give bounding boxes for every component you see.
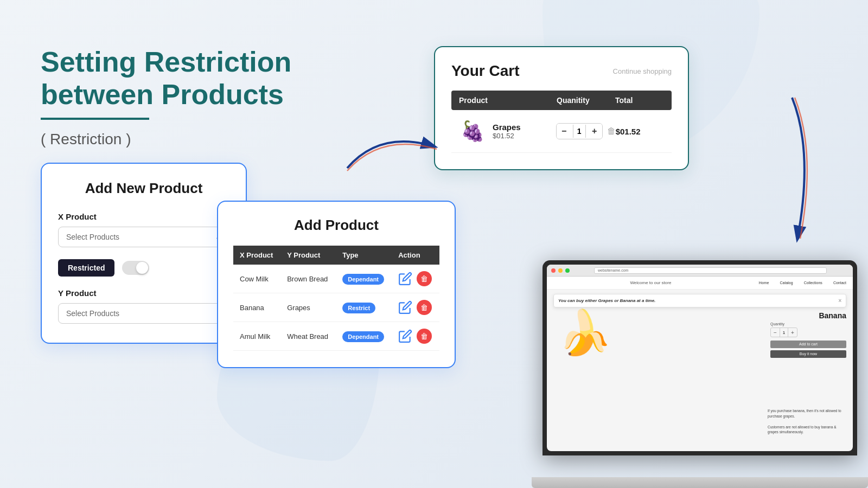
cell-y-product: Wheat Bread: [280, 322, 336, 351]
screen-qty-increase[interactable]: +: [788, 328, 797, 337]
col-x-product: X Product: [233, 246, 280, 265]
laptop-section: websitename.com Welcome to our store Hom…: [515, 184, 868, 488]
cart-product-price: $01.52: [493, 132, 521, 140]
title-underline: [41, 118, 149, 120]
screen-banana-image: 🍌: [558, 311, 612, 355]
laptop-screen: websitename.com Welcome to our store Hom…: [547, 265, 853, 451]
cell-y-product: Grapes: [280, 293, 336, 322]
table-header-row: X Product Y Product Type Action: [233, 246, 439, 265]
laptop-screen-frame: websitename.com Welcome to our store Hom…: [542, 260, 857, 455]
screen-nav: Welcome to our store Home Catalog Collec…: [547, 277, 853, 290]
screen-nav-contact[interactable]: Contact: [833, 281, 846, 285]
arrow-to-cart: [336, 125, 445, 179]
cart-col-quantity: Quanitity: [557, 96, 615, 105]
cell-type: Dependant: [336, 322, 392, 351]
quantity-decrease-button[interactable]: −: [557, 124, 572, 139]
quantity-control: − 1 +: [556, 123, 603, 139]
table-row: Amul Milk Wheat Bread Dependant 🗑: [233, 322, 439, 351]
restricted-row: Restricted: [58, 259, 229, 277]
screen-qty-value: 1: [780, 328, 788, 337]
laptop-outer: websitename.com Welcome to our store Hom…: [532, 260, 868, 488]
screen-toast: You can buy either Grapes or Banana at a…: [553, 294, 846, 307]
cart-product-name: Grapes: [493, 123, 521, 132]
add-product-title: Add Product: [233, 217, 439, 234]
screen-nav-home[interactable]: Home: [759, 281, 769, 285]
page-subtitle: ( Restriction ): [41, 131, 301, 148]
toast-close-icon[interactable]: ×: [838, 298, 841, 304]
laptop-base: [532, 477, 868, 488]
screen-store-name: Welcome to our store: [553, 280, 748, 285]
col-action: Action: [392, 246, 439, 265]
cart-col-total: Total: [615, 96, 664, 105]
action-icons: 🗑: [398, 271, 433, 286]
cell-type: Dependant: [336, 265, 392, 293]
y-product-placeholder: Select Products: [66, 309, 119, 318]
edit-icon[interactable]: [398, 300, 412, 314]
y-product-input[interactable]: Select Products: [58, 303, 229, 324]
screen-qty-label: Quantity: [770, 322, 846, 326]
screen-minimize-dot: [558, 268, 563, 273]
delete-icon[interactable]: 🗑: [417, 300, 432, 315]
grapes-image: 🍇: [459, 118, 486, 145]
cell-action: 🗑: [392, 322, 439, 351]
cart-header: Your Cart Continue shopping: [451, 62, 672, 80]
page-title: Setting Restriction between Products: [41, 46, 301, 111]
title-section: Setting Restriction between Products ( R…: [41, 46, 301, 148]
restricted-badge: Restricted: [58, 259, 114, 277]
add-new-product-card: Add New Product X Product Select Product…: [41, 163, 247, 344]
col-y-product: Y Product: [280, 246, 336, 265]
cart-item-row: 🍇 Grapes $01.52 − 1 + 🗑 $01.52: [451, 110, 672, 153]
delete-icon[interactable]: 🗑: [417, 329, 432, 344]
col-type: Type: [336, 246, 392, 265]
cell-x-product: Amul Milk: [233, 322, 280, 351]
table-row: Cow Milk Brown Bread Dependant 🗑: [233, 265, 439, 293]
x-product-label: X Product: [58, 212, 229, 221]
x-product-dropdown[interactable]: Select Products ⌄: [58, 227, 229, 247]
screen-url-text: websitename.com: [598, 268, 628, 272]
cart-item-delete-icon[interactable]: 🗑: [607, 126, 616, 136]
type-badge-dependant: Dependant: [342, 274, 384, 285]
delete-icon[interactable]: 🗑: [417, 271, 432, 286]
screen-add-to-cart-button[interactable]: Add to cart: [770, 341, 846, 348]
action-icons: 🗑: [398, 300, 433, 315]
type-badge-dependant: Dependant: [342, 331, 384, 342]
screen-nav-collections[interactable]: Collections: [804, 281, 822, 285]
toast-message: You can buy either Grapes or Banana at a…: [558, 298, 655, 303]
cell-action: 🗑: [392, 265, 439, 293]
screen-nav-catalog[interactable]: Catalog: [780, 281, 793, 285]
y-product-section: Y Product Select Products: [58, 288, 229, 324]
screen-qty-decrease[interactable]: −: [771, 328, 780, 337]
cart-table-header: Product Quanitity Total: [451, 91, 672, 110]
x-product-placeholder: Select Products: [66, 233, 119, 241]
screen-urlbar[interactable]: websitename.com: [594, 267, 827, 274]
quantity-increase-button[interactable]: +: [587, 124, 602, 139]
table-row: Banana Grapes Restrict 🗑: [233, 293, 439, 322]
cart-product-info: 🍇 Grapes $01.52: [459, 118, 556, 145]
edit-icon[interactable]: [398, 272, 412, 286]
screen-buy-now-button[interactable]: Buy it now: [770, 350, 846, 358]
cell-x-product: Cow Milk: [233, 265, 280, 293]
cart-col-product: Product: [459, 96, 557, 105]
screen-qty-control: − 1 +: [770, 328, 797, 337]
restricted-toggle[interactable]: [122, 261, 149, 275]
cell-action: 🗑: [392, 293, 439, 322]
quantity-section: − 1 + 🗑: [556, 123, 616, 139]
add-new-product-title: Add New Product: [58, 180, 229, 197]
cart-card: Your Cart Continue shopping Product Quan…: [434, 46, 689, 170]
screen-topbar: websitename.com: [547, 265, 853, 277]
quantity-value: 1: [573, 125, 586, 138]
screen-close-dot: [551, 268, 556, 273]
edit-icon[interactable]: [398, 329, 412, 343]
cart-item-total: $01.52: [616, 127, 664, 136]
screen-expand-dot: [565, 268, 570, 273]
screen-product-description: If you purchase banana, then it's not al…: [768, 408, 846, 435]
cell-x-product: Banana: [233, 293, 280, 322]
add-product-card: Add Product X Product Y Product Type Act…: [217, 201, 456, 368]
screen-body: You can buy either Grapes or Banana at a…: [547, 290, 853, 441]
cell-y-product: Brown Bread: [280, 265, 336, 293]
screen-right-panel: Quantity − 1 + Add to cart Buy it now: [770, 322, 846, 358]
cart-title: Your Cart: [451, 62, 520, 80]
screen-desc-line2: Customers are not allowed to buy banana …: [768, 425, 846, 435]
screen-product-title: Banana: [819, 311, 846, 320]
continue-shopping-link[interactable]: Continue shopping: [613, 67, 672, 75]
